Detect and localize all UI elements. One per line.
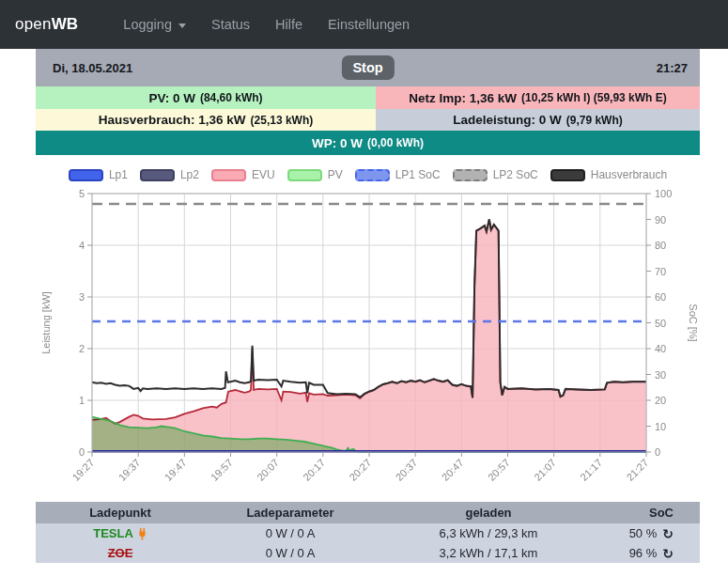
legend-item-lp1[interactable]: Lp1 — [69, 168, 128, 181]
nav-item-logging[interactable]: Logging — [123, 17, 186, 32]
legend-label: Lp1 — [109, 168, 128, 181]
x-tick-label: 19:47 — [163, 457, 189, 483]
pv-summary: PV: 0 W(84,60 kWh) — [36, 86, 376, 109]
current-date: Di, 18.05.2021 — [36, 61, 132, 75]
legend-item-hausverbrauch[interactable]: Hausverbrauch — [550, 168, 667, 181]
legend-label: Lp2 — [180, 168, 199, 181]
plug-icon — [137, 527, 147, 540]
y-right-tick-label: 10 — [655, 421, 666, 432]
legend-swatch — [453, 169, 488, 181]
nav-item-einstellungen[interactable]: Einstellungen — [328, 17, 410, 32]
x-tick-label: 21:27 — [624, 457, 650, 483]
heatpump-summary: WP: 0 W(0,00 kWh) — [36, 131, 700, 155]
legend-swatch — [287, 169, 322, 181]
y-left-tick-label: 2 — [79, 343, 85, 354]
charge-params-zoe: 0 W / 0 A — [205, 546, 376, 560]
legend-label: LP2 SoC — [493, 168, 538, 181]
energy-summary: PV: 0 W(84,60 kWh) Netz Imp: 1,36 kW(10,… — [36, 86, 700, 155]
legend-label: EVU — [252, 168, 275, 181]
charge-power-summary: Ladeleistung: 0 W(9,79 kWh) — [376, 109, 700, 131]
grid-import-summary: Netz Imp: 1,36 kW(10,25 kWh I) (59,93 kW… — [376, 86, 700, 109]
y-right-tick-label: 50 — [655, 318, 666, 329]
legend-item-evu[interactable]: EVU — [211, 168, 275, 181]
legend-item-lp1-soc[interactable]: LP1 SoC — [355, 168, 441, 181]
top-navbar: openWB Logging Status Hilfe Einstellunge… — [0, 0, 728, 49]
y-right-tick-label: 30 — [655, 369, 666, 381]
legend-swatch — [69, 169, 103, 181]
nav-item-status[interactable]: Status — [211, 17, 250, 32]
y-right-tick-label: 20 — [655, 395, 666, 406]
legend-item-pv[interactable]: PV — [287, 168, 343, 181]
legend-label: Hausverbrauch — [591, 168, 667, 181]
x-tick-label: 19:27 — [70, 457, 96, 483]
soc-value-tesla: 50 % — [629, 526, 658, 540]
refresh-soc-icon[interactable]: ↻ — [662, 526, 674, 541]
current-time: 21:27 — [657, 61, 700, 75]
refresh-soc-icon[interactable]: ↻ — [662, 546, 674, 561]
x-tick-label: 20:47 — [440, 457, 466, 483]
y-left-tick-label: 4 — [79, 240, 85, 251]
y-right-tick-label: 60 — [655, 291, 666, 303]
col-header-ladeparameter: Ladeparameter — [205, 506, 376, 520]
col-header-ladepunkt: Ladepunkt — [36, 506, 205, 520]
legend-item-lp2[interactable]: Lp2 — [140, 168, 199, 181]
chart-legend: Lp1Lp2EVUPVLP1 SoCLP2 SoCHausverbrauch — [36, 165, 700, 184]
legend-swatch — [355, 169, 390, 181]
charged-amount-zoe: 3,2 kWh / 17,1 km — [376, 546, 601, 560]
y-left-tick-label: 5 — [79, 188, 85, 199]
chevron-down-icon — [178, 23, 186, 28]
chargepoint-name-tesla[interactable]: TESLA — [93, 526, 133, 540]
x-tick-label: 20:17 — [301, 457, 327, 483]
x-tick-label: 20:27 — [347, 457, 373, 483]
nav-menu: Logging Status Hilfe Einstellungen — [123, 17, 410, 32]
table-row-tesla: TESLA 0 W / 0 A 6,3 kWh / 29,3 km 50 % ↻ — [36, 523, 700, 543]
y-left-tick-label: 1 — [79, 395, 85, 406]
legend-swatch — [140, 169, 175, 181]
power-chart: 012345010203040506070809010019:2719:3719… — [36, 186, 700, 498]
table-row-zoe: ZOE 0 W / 0 A 3,2 kWh / 17,1 km 96 % ↻ — [36, 543, 700, 563]
col-header-geladen: geladen — [376, 506, 601, 520]
nav-item-hilfe[interactable]: Hilfe — [275, 17, 302, 32]
y-left-axis-title: Leistung [kW] — [40, 291, 52, 354]
x-tick-label: 20:57 — [486, 457, 512, 483]
x-tick-label: 21:17 — [578, 457, 604, 483]
soc-value-zoe: 96 % — [629, 546, 658, 560]
col-header-soc: SoC — [601, 506, 700, 520]
y-right-tick-label: 100 — [655, 188, 672, 199]
legend-label: LP1 SoC — [395, 168, 441, 181]
charged-amount-tesla: 6,3 kWh / 29,3 km — [376, 526, 601, 540]
x-tick-label: 21:07 — [532, 457, 558, 483]
charge-params-tesla: 0 W / 0 A — [205, 526, 376, 540]
stop-button[interactable]: Stop — [341, 55, 394, 80]
legend-swatch — [211, 169, 246, 181]
main-content: Di, 18.05.2021 Stop 21:27 PV: 0 W(84,60 … — [0, 49, 728, 563]
x-tick-label: 19:37 — [116, 457, 143, 483]
y-left-tick-label: 0 — [79, 446, 85, 458]
x-tick-label: 20:07 — [255, 457, 281, 483]
chargepoint-name-zoe[interactable]: ZOE — [108, 546, 133, 560]
y-right-tick-label: 40 — [655, 343, 666, 354]
y-right-tick-label: 0 — [655, 446, 660, 458]
status-bar: Di, 18.05.2021 Stop 21:27 — [36, 49, 700, 86]
y-right-tick-label: 70 — [655, 266, 666, 277]
openwb-logo[interactable]: openWB — [15, 15, 78, 34]
x-tick-label: 20:37 — [394, 457, 420, 483]
y-right-axis-title: SoC [%] — [688, 304, 699, 341]
table-header-row: Ladepunkt Ladeparameter geladen SoC — [36, 502, 700, 523]
x-tick-label: 19:57 — [209, 457, 235, 483]
y-right-tick-label: 90 — [655, 214, 666, 226]
y-right-tick-label: 80 — [655, 240, 666, 251]
house-consumption-summary: Hausverbrauch: 1,36 kW(25,13 kWh) — [36, 109, 376, 131]
chart-canvas[interactable]: 012345010203040506070809010019:2719:3719… — [36, 186, 700, 494]
legend-item-lp2-soc[interactable]: LP2 SoC — [453, 168, 538, 181]
legend-label: PV — [328, 168, 343, 181]
legend-swatch — [550, 169, 585, 181]
y-left-tick-label: 3 — [79, 291, 85, 303]
chargepoint-table: Ladepunkt Ladeparameter geladen SoC TESL… — [36, 502, 700, 563]
